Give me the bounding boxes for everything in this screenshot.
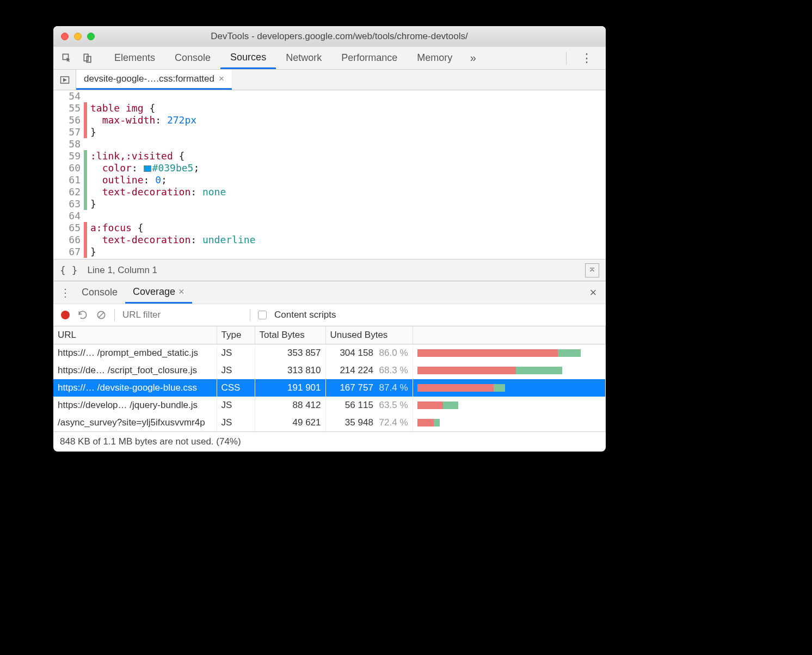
line-number[interactable]: 66 — [53, 234, 84, 246]
close-window-button[interactable] — [61, 33, 69, 40]
header-url[interactable]: URL — [53, 326, 217, 344]
coverage-marker — [84, 150, 87, 162]
coverage-marker — [84, 246, 87, 258]
cell-url: /async_survey?site=ylj5ifxusvvmr4p — [53, 414, 217, 431]
header-total[interactable]: Total Bytes — [255, 326, 325, 344]
table-row[interactable]: https://de… /script_foot_closure.jsJS313… — [53, 362, 606, 379]
header-unused[interactable]: Unused Bytes — [325, 326, 413, 344]
main-tab-memory[interactable]: Memory — [407, 47, 462, 69]
drawer-tab-label: Coverage — [133, 286, 175, 298]
navigator-up-icon[interactable] — [585, 263, 599, 277]
line-number[interactable]: 64 — [53, 210, 84, 222]
settings-menu-icon[interactable]: ⋮ — [576, 51, 597, 65]
table-row[interactable]: /async_survey?site=ylj5ifxusvvmr4pJS49 6… — [53, 414, 606, 431]
main-tab-performance[interactable]: Performance — [331, 47, 407, 69]
main-tab-network[interactable]: Network — [276, 47, 331, 69]
divider — [566, 52, 567, 65]
cell-bar — [413, 379, 606, 397]
coverage-marker — [84, 90, 87, 102]
maximize-window-button[interactable] — [87, 33, 95, 40]
cell-url: https://… /prompt_embed_static.js — [53, 344, 217, 362]
drawer-tab-coverage[interactable]: Coverage× — [125, 281, 192, 304]
minimize-window-button[interactable] — [74, 33, 82, 40]
url-filter-input[interactable] — [122, 310, 242, 320]
cursor-position: Line 1, Column 1 — [88, 265, 158, 276]
cell-url: https://… /devsite-google-blue.css — [53, 379, 217, 397]
code-text: } — [90, 198, 96, 210]
line-number[interactable]: 63 — [53, 198, 84, 210]
line-number[interactable]: 67 — [53, 246, 84, 258]
file-tab-label: devsite-google-….css:formatted — [84, 73, 214, 84]
device-toolbar-icon[interactable] — [77, 47, 98, 69]
file-tab[interactable]: devsite-google-….css:formatted × — [76, 70, 232, 90]
code-text: outline: 0; — [90, 174, 167, 186]
file-tab-bar: devsite-google-….css:formatted × — [53, 70, 606, 90]
line-number[interactable]: 57 — [53, 126, 84, 138]
cell-total: 313 810 — [255, 362, 325, 379]
divider — [114, 309, 115, 321]
close-drawer-icon[interactable]: × — [584, 281, 602, 304]
coverage-marker — [84, 126, 87, 138]
table-row[interactable]: https://develop… /jquery-bundle.jsJS88 4… — [53, 397, 606, 414]
cell-type: CSS — [217, 379, 255, 397]
main-tab-sources[interactable]: Sources — [220, 47, 276, 69]
table-row[interactable]: https://… /devsite-google-blue.cssCSS191… — [53, 379, 606, 397]
coverage-marker — [84, 210, 87, 222]
drawer-menu-icon[interactable]: ⋮ — [57, 281, 74, 304]
line-number[interactable]: 68 — [53, 258, 84, 259]
color-swatch[interactable] — [144, 165, 151, 172]
devtools-window: DevTools - developers.google.com/web/too… — [53, 26, 606, 452]
svg-rect-1 — [84, 54, 88, 61]
line-number[interactable]: 58 — [53, 138, 84, 150]
cell-unused: 167 757 87.4 % — [325, 379, 413, 397]
code-line: 57} — [53, 126, 606, 138]
line-number[interactable]: 60 — [53, 162, 84, 174]
code-text: max-width: 272px — [90, 114, 196, 126]
source-code-viewer[interactable]: 5455table img {56 max-width: 272px57}585… — [53, 90, 606, 259]
content-scripts-checkbox[interactable] — [258, 311, 267, 319]
line-number[interactable]: 55 — [53, 102, 84, 114]
cell-total: 191 901 — [255, 379, 325, 397]
svg-rect-2 — [87, 56, 91, 62]
close-drawer-tab-icon[interactable]: × — [179, 286, 184, 298]
code-line: 58 — [53, 138, 606, 150]
code-text: :link,:visited { — [90, 150, 184, 162]
code-line: 62 text-decoration: none — [53, 186, 606, 198]
svg-line-6 — [99, 312, 104, 318]
line-number[interactable]: 65 — [53, 222, 84, 234]
main-tab-elements[interactable]: Elements — [104, 47, 165, 69]
coverage-marker — [84, 234, 87, 246]
coverage-marker — [84, 198, 87, 210]
pretty-print-icon[interactable]: { } — [60, 264, 78, 276]
code-line: 66 text-decoration: underline — [53, 234, 606, 246]
drawer-tab-bar: ⋮ ConsoleCoverage× × — [53, 281, 606, 304]
inspect-element-icon[interactable] — [57, 47, 77, 69]
line-number[interactable]: 61 — [53, 174, 84, 186]
header-type[interactable]: Type — [217, 326, 255, 344]
line-number[interactable]: 54 — [53, 90, 84, 102]
cell-bar — [413, 362, 606, 379]
reload-icon[interactable] — [77, 310, 88, 320]
cell-bar — [413, 397, 606, 414]
table-row[interactable]: https://… /prompt_embed_static.jsJS353 8… — [53, 344, 606, 362]
cell-total: 49 621 — [255, 414, 325, 431]
line-number[interactable]: 62 — [53, 186, 84, 198]
code-line: 65a:focus { — [53, 222, 606, 234]
record-button[interactable] — [61, 311, 70, 319]
code-line: 54 — [53, 90, 606, 102]
tabs-overflow-button[interactable]: » — [462, 47, 484, 69]
coverage-marker — [84, 258, 87, 259]
line-number[interactable]: 59 — [53, 150, 84, 162]
code-line: 60 color: #039be5; — [53, 162, 606, 174]
header-bar — [413, 326, 606, 344]
code-line: 61 outline: 0; — [53, 174, 606, 186]
main-tab-console[interactable]: Console — [165, 47, 220, 69]
navigator-toggle-icon[interactable] — [53, 70, 76, 90]
coverage-marker — [84, 114, 87, 126]
drawer-tab-console[interactable]: Console — [74, 281, 125, 304]
close-tab-icon[interactable]: × — [219, 73, 224, 84]
line-number[interactable]: 56 — [53, 114, 84, 126]
coverage-toolbar: Content scripts — [53, 304, 606, 326]
code-text: text-decoration: none — [90, 186, 226, 198]
clear-icon[interactable] — [96, 310, 107, 320]
